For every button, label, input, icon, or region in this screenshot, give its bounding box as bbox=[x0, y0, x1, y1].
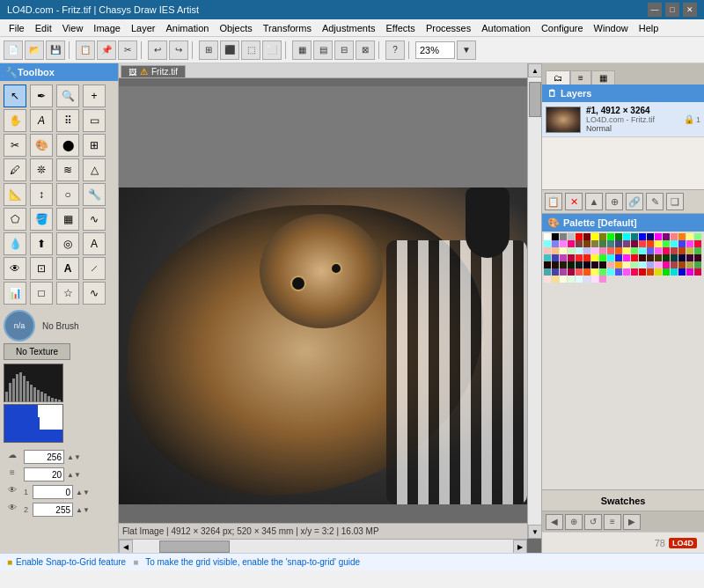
color-swatch-94[interactable] bbox=[655, 261, 662, 268]
image-tab-fritz[interactable]: 🖼 ⚠ Fritz.tif bbox=[121, 65, 186, 77]
color-swatch-17[interactable] bbox=[678, 233, 686, 240]
color-swatch-47[interactable] bbox=[599, 247, 606, 254]
color-swatch-15[interactable] bbox=[663, 233, 670, 240]
toolbar-redo[interactable]: ↪ bbox=[169, 40, 188, 60]
tool-star2[interactable]: ☆ bbox=[56, 282, 79, 305]
color-swatch-79[interactable] bbox=[694, 254, 701, 261]
tool-circle[interactable]: ⬤ bbox=[56, 134, 79, 157]
color-swatch-18[interactable] bbox=[686, 233, 693, 240]
color-swatch-115[interactable] bbox=[663, 268, 670, 276]
color-swatch-30[interactable] bbox=[623, 240, 630, 247]
canvas-vscroll[interactable]: ▲ ▼ bbox=[527, 63, 541, 539]
tool-pen[interactable]: ✒ bbox=[30, 85, 53, 107]
tool-transform[interactable]: ↕ bbox=[30, 183, 53, 206]
color-swatch-126[interactable] bbox=[591, 276, 598, 283]
color-swatch-103[interactable] bbox=[568, 268, 575, 276]
color-swatch-81[interactable] bbox=[552, 261, 559, 268]
color-swatch-76[interactable] bbox=[671, 254, 678, 261]
color-swatch-110[interactable] bbox=[623, 268, 630, 276]
tool-select2[interactable]: ⊡ bbox=[30, 257, 53, 280]
color-swatch-93[interactable] bbox=[647, 261, 654, 268]
tool-pattern[interactable]: ▦ bbox=[56, 208, 79, 231]
tool-dropper[interactable]: 💧 bbox=[4, 232, 26, 255]
color-swatch-7[interactable] bbox=[599, 233, 606, 240]
maximize-button[interactable]: □ bbox=[665, 3, 679, 17]
v2-input[interactable] bbox=[33, 503, 73, 517]
tool-shape[interactable]: □ bbox=[30, 282, 53, 305]
tool-chart[interactable]: 📊 bbox=[4, 282, 26, 305]
color-swatch-127[interactable] bbox=[599, 276, 606, 283]
color-swatch-57[interactable] bbox=[678, 247, 686, 254]
tool-crop[interactable]: ✂ bbox=[4, 134, 26, 157]
color-swatch-0[interactable] bbox=[544, 233, 551, 240]
color-swatch-104[interactable] bbox=[576, 268, 583, 276]
color-swatch-1[interactable] bbox=[552, 233, 559, 240]
layer-btn-edit[interactable]: ✎ bbox=[646, 193, 664, 210]
color-swatch-117[interactable] bbox=[678, 268, 686, 276]
color-swatch-83[interactable] bbox=[568, 261, 575, 268]
color-swatch-48[interactable] bbox=[607, 247, 614, 254]
tool-triangle[interactable]: △ bbox=[83, 158, 106, 181]
color-swatch-22[interactable] bbox=[560, 240, 567, 247]
color-swatch-10[interactable] bbox=[623, 233, 630, 240]
color-swatch-72[interactable] bbox=[639, 254, 646, 261]
vscroll-up[interactable]: ▲ bbox=[528, 63, 541, 77]
tool-settings[interactable]: 🔧 bbox=[83, 183, 106, 206]
color-preview-box[interactable] bbox=[4, 404, 63, 443]
color-swatch-70[interactable] bbox=[623, 254, 630, 261]
menu-adjustments[interactable]: Adjustments bbox=[317, 19, 381, 36]
palette-nav-left[interactable]: ◀ bbox=[546, 514, 563, 530]
color-swatch-25[interactable] bbox=[583, 240, 590, 247]
color-swatch-53[interactable] bbox=[647, 247, 654, 254]
color-swatch-113[interactable] bbox=[647, 268, 654, 276]
color-swatch-71[interactable] bbox=[631, 254, 638, 261]
tool-brush[interactable]: 🖊 bbox=[4, 158, 26, 181]
v1-spin[interactable]: ▲▼ bbox=[76, 489, 90, 496]
color-swatch-122[interactable] bbox=[560, 276, 567, 283]
layer-btn-add[interactable]: 📋 bbox=[545, 193, 562, 210]
hscroll-right[interactable]: ▶ bbox=[513, 540, 527, 553]
toolbar-b2[interactable]: ⬛ bbox=[220, 40, 239, 60]
color-swatch-55[interactable] bbox=[663, 247, 670, 254]
color-swatch-97[interactable] bbox=[678, 261, 686, 268]
color-swatch-78[interactable] bbox=[686, 254, 693, 261]
color-swatch-64[interactable] bbox=[576, 254, 583, 261]
color-swatch-20[interactable] bbox=[544, 240, 551, 247]
color-swatch-54[interactable] bbox=[655, 247, 662, 254]
toolbar-open[interactable]: 📂 bbox=[25, 40, 44, 60]
no-texture-button[interactable]: No Texture bbox=[4, 343, 70, 360]
color-swatch-62[interactable] bbox=[560, 254, 567, 261]
color-swatch-111[interactable] bbox=[631, 268, 638, 276]
toolbar-new[interactable]: 📄 bbox=[4, 40, 23, 60]
tool-blur[interactable]: ◎ bbox=[56, 232, 79, 255]
color-swatch-125[interactable] bbox=[583, 276, 590, 283]
color-swatch-66[interactable] bbox=[591, 254, 598, 261]
color-swatch-19[interactable] bbox=[694, 233, 701, 240]
color-swatch-38[interactable] bbox=[686, 240, 693, 247]
zoom-dropdown[interactable]: ▼ bbox=[457, 40, 476, 60]
color-swatch-96[interactable] bbox=[671, 261, 678, 268]
opacity-spin[interactable]: ▲▼ bbox=[67, 453, 81, 461]
palette-nav-refresh[interactable]: ↺ bbox=[584, 514, 602, 530]
vscroll-down[interactable]: ▼ bbox=[528, 525, 541, 539]
color-swatch-95[interactable] bbox=[663, 261, 670, 268]
color-swatch-52[interactable] bbox=[639, 247, 646, 254]
color-swatch-45[interactable] bbox=[583, 247, 590, 254]
tool-bezier[interactable]: ∿ bbox=[83, 208, 106, 231]
color-swatch-12[interactable] bbox=[639, 233, 646, 240]
toolbar-b8[interactable]: ⊠ bbox=[356, 40, 375, 60]
tool-grid[interactable]: ⊞ bbox=[83, 134, 106, 157]
color-swatch-44[interactable] bbox=[576, 247, 583, 254]
color-swatch-5[interactable] bbox=[583, 233, 590, 240]
color-swatch-105[interactable] bbox=[583, 268, 590, 276]
color-swatch-68[interactable] bbox=[607, 254, 614, 261]
tool-eye[interactable]: 👁 bbox=[4, 257, 26, 280]
color-swatch-29[interactable] bbox=[615, 240, 622, 247]
v2-spin[interactable]: ▲▼ bbox=[76, 506, 90, 514]
color-swatch-84[interactable] bbox=[576, 261, 583, 268]
color-swatch-28[interactable] bbox=[607, 240, 614, 247]
toolbar-undo[interactable]: ↩ bbox=[148, 40, 167, 60]
toolbar-cut[interactable]: ✂ bbox=[118, 40, 137, 60]
color-swatch-99[interactable] bbox=[694, 261, 701, 268]
color-swatch-35[interactable] bbox=[663, 240, 670, 247]
